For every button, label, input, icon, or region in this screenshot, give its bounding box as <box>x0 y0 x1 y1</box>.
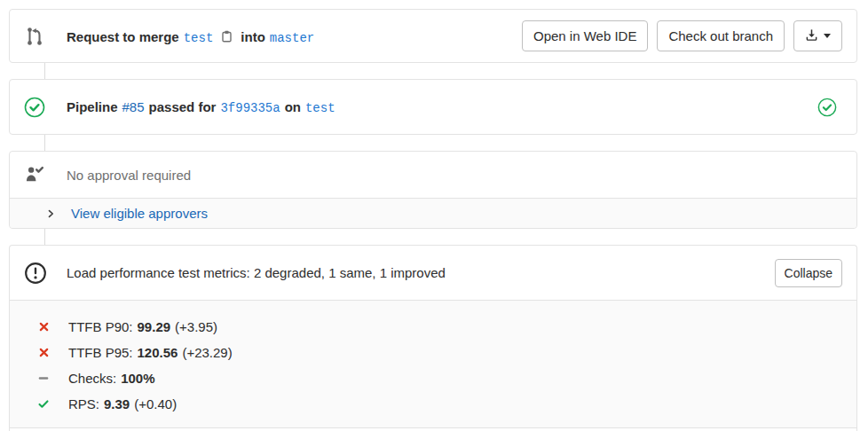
load-performance-summary-text: Load performance test metrics: 2 degrade… <box>67 265 446 280</box>
metric-label: TTFB P90: <box>68 319 133 334</box>
improved-check-icon <box>36 398 51 410</box>
source-branch-link[interactable]: test <box>184 31 214 45</box>
load-performance-metrics-list: TTFB P90: 99.29 (+3.95) TTFB P95: 120.56… <box>10 300 856 427</box>
commit-sha-link[interactable]: 3f99335a <box>220 101 280 115</box>
mini-pipeline-stage-success-icon[interactable] <box>817 98 837 117</box>
no-approval-required-text: No approval required <box>67 168 191 183</box>
load-performance-header: Load performance test metrics: 2 degrade… <box>10 246 856 300</box>
into-text: into <box>241 29 265 44</box>
approvals-expand-row[interactable]: View eligible approvers <box>10 198 856 228</box>
chevron-right-icon[interactable] <box>45 208 56 219</box>
degraded-cross-icon <box>36 321 51 333</box>
metric-value: 120.56 <box>138 345 178 360</box>
merge-request-title: Request to merge test into master <box>67 27 314 45</box>
degraded-cross-icon <box>36 347 51 358</box>
approvals-summary-row: No approval required <box>10 152 856 198</box>
metric-row: TTFB P90: 99.29 (+3.95) <box>10 314 856 340</box>
pipeline-on-text: on <box>285 99 301 114</box>
metric-value: 9.39 <box>104 396 130 411</box>
load-performance-footer <box>10 427 856 431</box>
chevron-down-icon <box>824 34 831 38</box>
pipeline-branch-link[interactable]: test <box>305 101 335 115</box>
copy-branch-name-icon[interactable] <box>220 29 233 46</box>
metric-delta: (+23.29) <box>182 345 232 360</box>
metric-row: Checks: 100% <box>10 365 856 391</box>
pipeline-label: Pipeline <box>67 99 118 114</box>
download-icon <box>805 28 818 44</box>
target-branch-link[interactable]: master <box>270 31 314 45</box>
metric-value: 99.29 <box>138 319 171 334</box>
metric-delta: (+0.40) <box>134 396 177 411</box>
metric-row: TTFB P95: 120.56 (+23.29) <box>10 340 856 365</box>
exclamation-circle-icon <box>24 262 47 285</box>
pipeline-widget: Pipeline #85 passed for 3f99335a on test <box>9 79 857 135</box>
pipeline-id-link[interactable]: #85 <box>122 99 145 114</box>
section-connector-line <box>44 63 45 79</box>
pipeline-passed-text: passed for <box>149 99 217 114</box>
pipeline-status-text: Pipeline #85 passed for 3f99335a on test <box>67 99 335 115</box>
approvals-widget: No approval required View eligible appro… <box>9 151 857 229</box>
metric-label: Checks: <box>68 371 116 386</box>
same-dash-icon <box>36 372 51 384</box>
metric-label: RPS: <box>68 396 99 411</box>
metric-value: 100% <box>121 371 154 386</box>
section-connector-line <box>44 135 45 151</box>
merge-request-header: Request to merge test into master Open i… <box>9 9 857 63</box>
metric-label: TTFB P95: <box>68 345 133 360</box>
collapse-button[interactable]: Collapse <box>775 259 842 287</box>
merge-request-widget: Request to merge test into master Open i… <box>9 9 857 431</box>
view-eligible-approvers-link[interactable]: View eligible approvers <box>71 206 208 221</box>
metric-delta: (+3.95) <box>175 319 217 334</box>
load-performance-widget: Load performance test metrics: 2 degrade… <box>9 245 857 431</box>
metric-row: RPS: 9.39 (+0.40) <box>10 391 856 417</box>
check-out-branch-button[interactable]: Check out branch <box>657 20 785 51</box>
merge-request-icon <box>24 26 45 47</box>
open-in-web-ide-button[interactable]: Open in Web IDE <box>522 20 648 51</box>
request-to-merge-text: Request to merge <box>67 29 179 44</box>
pipeline-status-success-icon[interactable] <box>24 97 45 118</box>
download-dropdown-button[interactable] <box>793 20 842 51</box>
section-connector-line <box>44 229 45 245</box>
approval-user-check-icon <box>24 165 45 184</box>
